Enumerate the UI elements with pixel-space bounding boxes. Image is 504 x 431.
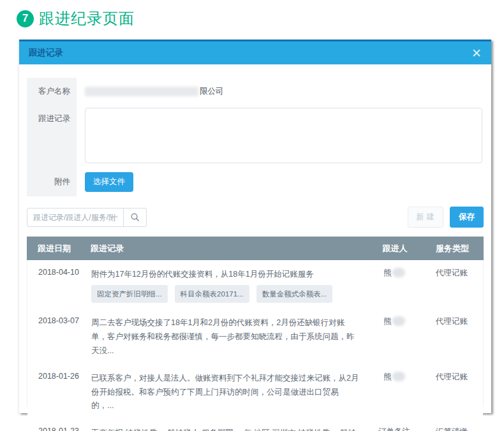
step-number-badge: 7 bbox=[17, 10, 34, 27]
row-person: 熊 bbox=[368, 316, 420, 358]
row-person: 熊 bbox=[368, 372, 420, 414]
redacted-customer-name bbox=[85, 87, 198, 96]
row-person: 熊 bbox=[368, 268, 420, 303]
row-record-cell: 周二去客户现场交接了18年1月和2月份的代账资料，2月份还缺银行对账单，客户对账… bbox=[91, 316, 368, 358]
row-record-text: 工商年报 纳税性质:一般纳税人;服务期限:一年;地区:深圳市 纳税性质:一般纳税… bbox=[91, 427, 359, 431]
choose-file-button[interactable]: 选择文件 bbox=[85, 172, 133, 192]
table-row[interactable]: 2018-01-26 已联系客户，对接人是法人。做账资料到下个礼拜才能交接过来记… bbox=[27, 364, 483, 420]
follow-up-record-label: 跟进记录 bbox=[27, 108, 77, 124]
search-input[interactable] bbox=[27, 208, 124, 227]
table-body: 2018-04-10 附件为17年12月份的代账交接资料，从18年1月份开始记账… bbox=[27, 260, 483, 431]
attachment-label: 附件 bbox=[27, 177, 77, 187]
header-follow-date: 跟进日期 bbox=[27, 243, 91, 254]
row-person: 订单备注 bbox=[368, 427, 420, 431]
row-person-text: 熊 bbox=[383, 317, 392, 326]
row-date: 2018-04-10 bbox=[27, 268, 91, 303]
modal-body: 客户名称 限公司 跟进记录 附件 选择文件 bbox=[19, 64, 491, 413]
toolbar-buttons: 新 建 保存 bbox=[408, 207, 484, 228]
attachment-chip[interactable]: 固定资产折旧明细... bbox=[91, 285, 168, 303]
new-button[interactable]: 新 建 bbox=[408, 207, 443, 228]
customer-name-value: 限公司 bbox=[77, 86, 224, 97]
table-row[interactable]: 2018-03-07 周二去客户现场交接了18年1月和2月份的代账资料，2月份还… bbox=[27, 309, 483, 364]
attachment-row: 附件 选择文件 bbox=[27, 167, 484, 196]
row-person-text: 熊 bbox=[383, 372, 392, 381]
row-record-cell: 附件为17年12月份的代账交接资料，从18年1月份开始记账服务 固定资产折旧明细… bbox=[91, 268, 368, 303]
customer-name-label: 客户名称 bbox=[27, 86, 77, 97]
row-record-cell: 已联系客户，对接人是法人。做账资料到下个礼拜才能交接过来记账，从2月份开始报税。… bbox=[91, 372, 368, 414]
modal-title: 跟进记录 bbox=[29, 47, 63, 59]
follow-up-record-row: 跟进记录 bbox=[27, 105, 484, 167]
redacted-person-name bbox=[392, 372, 405, 381]
follow-up-record-modal: 跟进记录 ✕ 客户名称 限公司 跟进记录 附件 选择文件 bbox=[19, 40, 491, 413]
row-service: 代理记账 bbox=[420, 268, 483, 303]
header-service-type: 服务类型 bbox=[421, 243, 484, 254]
close-icon[interactable]: ✕ bbox=[471, 47, 482, 59]
page-heading: 7 跟进纪录页面 bbox=[17, 8, 135, 29]
page-title: 跟进纪录页面 bbox=[39, 8, 135, 29]
row-date: 2018-03-07 bbox=[27, 316, 91, 358]
row-service: 汇算清缴 bbox=[420, 427, 483, 431]
row-record-text: 附件为17年12月份的代账交接资料，从18年1月份开始记账服务 bbox=[91, 268, 359, 282]
row-date: 2018-01-23 bbox=[27, 427, 91, 431]
attachment-chips: 固定资产折旧明细... 科目余额表20171... 数量金额式余额表... bbox=[91, 285, 359, 303]
header-follow-record: 跟进记录 bbox=[91, 243, 369, 254]
row-service: 代理记账 bbox=[420, 316, 483, 358]
save-button[interactable]: 保存 bbox=[450, 207, 484, 228]
records-table: 跟进日期 跟进记录 跟进人 服务类型 2018-04-10 附件为17年12月份… bbox=[27, 237, 484, 407]
search-group bbox=[27, 208, 147, 227]
form-section: 客户名称 限公司 跟进记录 附件 选择文件 bbox=[27, 78, 484, 196]
search-button[interactable] bbox=[124, 208, 147, 227]
row-record-text: 周二去客户现场交接了18年1月和2月份的代账资料，2月份还缺银行对账单，客户对账… bbox=[91, 316, 359, 358]
row-service: 代理记账 bbox=[420, 372, 483, 414]
customer-name-row: 客户名称 限公司 bbox=[27, 78, 484, 105]
row-date: 2018-01-26 bbox=[27, 372, 91, 414]
follow-up-record-textarea[interactable] bbox=[85, 108, 482, 163]
table-row[interactable]: 2018-04-10 附件为17年12月份的代账交接资料，从18年1月份开始记账… bbox=[27, 260, 483, 309]
modal-header: 跟进记录 ✕ bbox=[19, 40, 491, 64]
row-record-cell: 工商年报 纳税性质:一般纳税人;服务期限:一年;地区:深圳市 纳税性质:一般纳税… bbox=[91, 427, 368, 431]
table-header: 跟进日期 跟进记录 跟进人 服务类型 bbox=[27, 237, 484, 260]
row-person-text: 熊 bbox=[383, 268, 392, 277]
redacted-person-name bbox=[392, 268, 405, 277]
header-follow-person: 跟进人 bbox=[369, 243, 421, 254]
attachment-chip[interactable]: 数量金额式余额表... bbox=[256, 285, 333, 303]
toolbar: 新 建 保存 bbox=[27, 207, 484, 228]
table-row[interactable]: 2018-01-23 工商年报 纳税性质:一般纳税人;服务期限:一年;地区:深圳… bbox=[27, 419, 483, 431]
attachment-chip[interactable]: 科目余额表20171... bbox=[175, 285, 249, 303]
customer-name-visible-text: 限公司 bbox=[200, 86, 224, 97]
row-record-text: 已联系客户，对接人是法人。做账资料到下个礼拜才能交接过来记账，从2月份开始报税。… bbox=[91, 372, 359, 414]
search-icon bbox=[130, 212, 140, 222]
redacted-person-name bbox=[392, 316, 405, 326]
